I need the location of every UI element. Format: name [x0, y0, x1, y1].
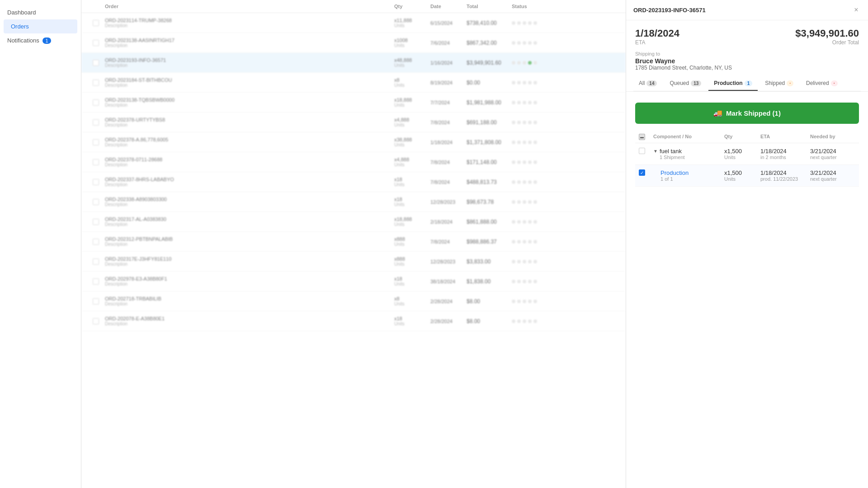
dot-1 — [512, 180, 515, 184]
row-qty: x18 Units — [394, 177, 430, 187]
order-row[interactable]: ORD-202337-8HRS-LABABYO Description x18 … — [81, 172, 626, 192]
shipping-to-label: Shipping to — [635, 51, 859, 56]
row-qty: x4,888 Units — [394, 117, 430, 127]
row-order-id: ORD-202718-TRBABILIB — [105, 296, 394, 301]
close-button[interactable]: × — [852, 5, 861, 14]
comp-table-area: ▬ Component / No Qty ETA Needed by — [626, 131, 868, 187]
row-checkbox[interactable] — [93, 199, 99, 205]
row-amount-val: $488,813.73 — [467, 179, 512, 185]
tab-all[interactable]: All 14 — [633, 76, 662, 91]
order-row[interactable]: ORD-2023114-TRUMP-38268 Description x11,… — [81, 13, 626, 33]
order-row[interactable]: ORD-2023193-INFO-36571 Description x48,8… — [81, 53, 626, 73]
dot-4 — [528, 41, 532, 45]
col-qty: Qty — [394, 4, 430, 9]
row-checkbox[interactable] — [93, 258, 99, 265]
order-row[interactable]: ORD-202978-E3-A38B80F1 Description x18 U… — [81, 272, 626, 291]
mark-shipped-button[interactable]: 🚚 Mark Shipped (1) — [635, 103, 859, 124]
comp-row-production: Production 1 of 1 x1,500 Units 1/18/2024… — [635, 165, 859, 187]
fuel-tank-checkbox[interactable] — [639, 148, 645, 154]
production-name[interactable]: Production — [660, 169, 724, 176]
row-qty-val: x18 — [394, 276, 430, 282]
dot-3 — [523, 121, 526, 124]
order-row[interactable]: ORD-202718-TRBABILIB Description x8 Unit… — [81, 291, 626, 311]
row-amount: $98,673.78 — [467, 199, 512, 205]
row-checkbox[interactable] — [93, 139, 99, 145]
order-row[interactable]: ORD-2023184-ST-BITHBCOU Description x8 U… — [81, 73, 626, 93]
row-status — [512, 280, 566, 283]
row-checkbox[interactable] — [93, 119, 99, 126]
row-order-info: ORD-202337-8HRS-LABABYO Description — [105, 177, 394, 187]
mark-shipped-label: Mark Shipped (1) — [726, 109, 781, 117]
tab-delivered[interactable]: Delivered · — [801, 76, 843, 91]
sidebar-item-dashboard[interactable]: Dashboard — [0, 5, 81, 19]
row-order-sub: Description — [105, 321, 394, 326]
row-amount: $8.00 — [467, 318, 512, 324]
order-row[interactable]: ORD-202078-E-A38B80E1 Description x18 Un… — [81, 311, 626, 331]
row-order-sub: Description — [105, 63, 394, 68]
row-checkbox[interactable] — [93, 239, 99, 245]
row-qty-val: x18,888 — [394, 97, 430, 103]
status-dots — [512, 280, 566, 283]
row-qty-unit: Units — [394, 103, 430, 108]
row-amount: $3,949,901.60 — [467, 60, 512, 66]
row-date-val: 7/8/2024 — [430, 179, 467, 185]
dot-4 — [528, 200, 532, 204]
tab-production[interactable]: Production 1 — [708, 76, 758, 91]
row-checkbox[interactable] — [93, 179, 99, 185]
status-dots — [512, 41, 566, 45]
dot-4 — [528, 300, 532, 303]
sidebar-item-notifications[interactable]: Notifications 1 — [0, 33, 81, 47]
fuel-tank-name-block: fuel tank 1 Shipment — [660, 148, 685, 160]
main-area: Order Qty Date Total Status ORD-2023114-… — [81, 0, 868, 488]
orders-list-header: Order Qty Date Total Status — [81, 0, 626, 13]
row-checkbox[interactable] — [93, 60, 99, 66]
row-date: 12/28/2023 — [430, 199, 467, 205]
row-order-id: ORD-2023193-INFO-36571 — [105, 57, 394, 63]
row-checkbox[interactable] — [93, 40, 99, 46]
dot-4 — [528, 21, 532, 25]
row-status — [512, 300, 566, 303]
sidebar-item-orders[interactable]: Orders — [4, 19, 77, 33]
row-date-val: 7/7/2024 — [430, 100, 467, 105]
tab-queued[interactable]: Queued 13 — [664, 76, 707, 91]
order-row[interactable]: ORD-202378-0711-28688 Description x4,888… — [81, 152, 626, 172]
row-order-sub: Description — [105, 103, 394, 108]
dot-1 — [512, 280, 515, 283]
row-checkbox[interactable] — [93, 298, 99, 305]
order-row[interactable]: ORD-202338-A8903803300 Description x18 U… — [81, 192, 626, 212]
row-checkbox[interactable] — [93, 20, 99, 26]
row-order-info: ORD-2023114-TRUMP-38268 Description — [105, 18, 394, 28]
row-qty-unit: Units — [394, 301, 430, 306]
order-row[interactable]: ORD-202378-A.86,778,6005 Description x38… — [81, 132, 626, 152]
dot-1 — [512, 300, 515, 303]
comp-row-eta-2: 1/18/2024 prod. 11/22/2023 — [760, 169, 810, 182]
tab-badge: · — [831, 80, 838, 86]
comp-row-check-1[interactable] — [639, 148, 653, 154]
row-checkbox[interactable] — [93, 159, 99, 165]
order-row[interactable]: ORD-202317E-J3HFY81E110 Description x888… — [81, 252, 626, 272]
dot-4 — [528, 101, 532, 104]
row-checkbox[interactable] — [93, 99, 99, 106]
row-checkbox[interactable] — [93, 80, 99, 86]
row-amount: $988,886.37 — [467, 239, 512, 245]
order-row[interactable]: ORD-202317-AL-A0383830 Description x18,8… — [81, 212, 626, 232]
row-amount: $1,371,808.00 — [467, 139, 512, 145]
order-row[interactable]: ORD-202312-PBTBNPALABIB Description x888… — [81, 232, 626, 252]
row-checkbox[interactable] — [93, 219, 99, 225]
expand-icon[interactable]: ▼ — [653, 149, 658, 154]
row-checkbox[interactable] — [93, 318, 99, 324]
tab-shipped[interactable]: Shipped · — [760, 76, 799, 91]
production-name-block: Production 1 of 1 — [653, 169, 724, 182]
order-row[interactable]: ORD-202378-URTYTYBS8 Description x4,888 … — [81, 113, 626, 132]
right-panel: ORD-2023193-INFO-36571 × 1/18/2024 ETA $… — [626, 0, 868, 488]
row-qty: x8 Units — [394, 296, 430, 306]
order-row[interactable]: ORD-2023138-AASINRTIGH17 Description x10… — [81, 33, 626, 53]
comp-row-check-2[interactable] — [639, 169, 653, 176]
production-checkbox[interactable] — [639, 169, 645, 176]
row-checkbox[interactable] — [93, 278, 99, 285]
order-row[interactable]: ORD-2023138-TQBSBWB0000 Description x18,… — [81, 93, 626, 113]
row-qty: x18 Units — [394, 197, 430, 207]
row-order-id: ORD-202378-A.86,778,6005 — [105, 137, 394, 142]
row-qty-unit: Units — [394, 321, 430, 326]
production-needed-sub: next quarter — [810, 176, 855, 182]
